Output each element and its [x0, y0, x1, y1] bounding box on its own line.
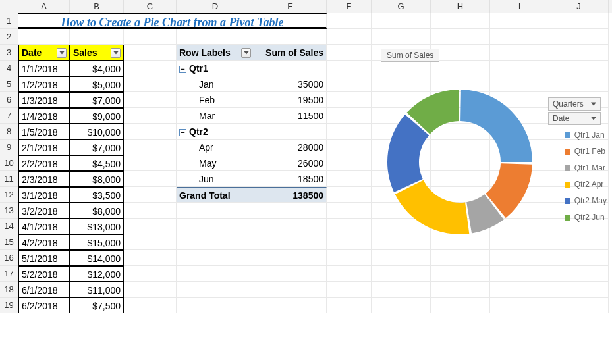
donut-slice[interactable]	[395, 180, 470, 234]
cell[interactable]	[327, 45, 372, 61]
table-cell-sales[interactable]: $12,000	[70, 266, 124, 282]
table-cell-date[interactable]: 4/2/2018	[18, 234, 70, 250]
pivot-chart[interactable]: Sum of Sales Quarters Date Qtr1 JanQtr1 …	[374, 49, 604, 279]
table-cell-date[interactable]: 6/2/2018	[18, 298, 70, 313]
cell[interactable]	[124, 108, 177, 124]
cell[interactable]	[327, 219, 372, 234]
cell[interactable]	[372, 298, 431, 313]
cell[interactable]	[124, 76, 177, 92]
column-header[interactable]: I	[490, 0, 549, 13]
cell[interactable]	[549, 298, 609, 313]
table-cell-date[interactable]: 4/1/2018	[18, 219, 70, 234]
table-cell-date[interactable]: 5/2/2018	[18, 266, 70, 282]
column-header[interactable]: A	[18, 0, 70, 13]
filter-dropdown-button[interactable]	[241, 48, 251, 58]
cell[interactable]	[431, 29, 490, 45]
chart-field-button-date[interactable]: Date	[548, 112, 601, 125]
cell[interactable]	[177, 250, 254, 266]
cell[interactable]	[254, 203, 327, 219]
column-header[interactable]: B	[70, 0, 124, 13]
cell[interactable]	[254, 282, 327, 298]
cell[interactable]	[124, 124, 177, 140]
cell[interactable]	[177, 29, 254, 45]
row-header[interactable]: 9	[0, 140, 18, 155]
row-header[interactable]: 18	[0, 282, 18, 298]
pivot-row-label[interactable]: Feb	[177, 92, 254, 108]
row-header[interactable]: 15	[0, 234, 18, 250]
cell[interactable]	[327, 29, 372, 45]
table-cell-sales[interactable]: $7,500	[70, 298, 124, 313]
collapse-button[interactable]: −	[179, 129, 186, 136]
column-header[interactable]: D	[177, 0, 254, 13]
pivot-row-label[interactable]: Apr	[177, 140, 254, 155]
row-header[interactable]: 2	[0, 29, 18, 45]
table-cell-sales[interactable]: $7,000	[70, 92, 124, 108]
cell[interactable]	[327, 13, 372, 29]
table-cell-sales[interactable]: $7,000	[70, 140, 124, 155]
column-header[interactable]: E	[254, 0, 327, 13]
table-cell-date[interactable]: 1/5/2018	[18, 124, 70, 140]
table-cell-sales[interactable]: $15,000	[70, 234, 124, 250]
table-cell-date[interactable]: 3/1/2018	[18, 187, 70, 203]
row-header[interactable]: 4	[0, 61, 18, 76]
row-header[interactable]: 13	[0, 203, 18, 219]
cell[interactable]	[18, 29, 70, 45]
cell[interactable]	[327, 187, 372, 203]
table-cell-sales[interactable]: $4,000	[70, 61, 124, 76]
cell[interactable]	[124, 61, 177, 76]
cell[interactable]	[490, 282, 549, 298]
table-cell-sales[interactable]: $8,000	[70, 203, 124, 219]
cell[interactable]	[177, 234, 254, 250]
row-header[interactable]: 7	[0, 108, 18, 124]
table-cell-date[interactable]: 2/1/2018	[18, 140, 70, 155]
pivot-group[interactable]: −Qtr2	[177, 124, 254, 140]
pivot-row-label[interactable]: Jun	[177, 171, 254, 187]
cell[interactable]	[490, 29, 549, 45]
column-header[interactable]: G	[372, 0, 431, 13]
row-header[interactable]: 6	[0, 92, 18, 108]
table-cell-sales[interactable]: $9,000	[70, 108, 124, 124]
cell[interactable]	[124, 29, 177, 45]
cell[interactable]	[431, 298, 490, 313]
row-header[interactable]: 11	[0, 171, 18, 187]
pivot-row-value[interactable]: 18500	[254, 171, 327, 187]
row-header[interactable]: 3	[0, 45, 18, 61]
cell[interactable]	[327, 155, 372, 171]
table-cell-sales[interactable]: $14,000	[70, 250, 124, 266]
table-cell-sales[interactable]: $8,000	[70, 171, 124, 187]
cell[interactable]	[327, 250, 372, 266]
page-title[interactable]: How to Create a Pie Chart from a Pivot T…	[18, 13, 327, 29]
select-all-corner[interactable]	[0, 0, 18, 13]
cell[interactable]	[177, 203, 254, 219]
cell[interactable]	[177, 282, 254, 298]
cell[interactable]	[327, 203, 372, 219]
cell[interactable]	[327, 266, 372, 282]
cell[interactable]	[254, 61, 327, 76]
cell[interactable]	[124, 203, 177, 219]
table-cell-date[interactable]: 2/2/2018	[18, 155, 70, 171]
pivot-row-value[interactable]: 19500	[254, 92, 327, 108]
pivot-row-labels-header[interactable]: Row Labels	[177, 45, 254, 61]
cell[interactable]	[254, 234, 327, 250]
cell[interactable]	[124, 266, 177, 282]
table-header-sales[interactable]: Sales	[70, 45, 124, 61]
row-header[interactable]: 17	[0, 266, 18, 282]
table-cell-date[interactable]: 5/1/2018	[18, 250, 70, 266]
filter-dropdown-button[interactable]	[57, 48, 67, 58]
cell[interactable]	[124, 140, 177, 155]
cell[interactable]	[254, 124, 327, 140]
table-cell-date[interactable]: 1/2/2018	[18, 76, 70, 92]
cell[interactable]	[124, 187, 177, 203]
cell[interactable]	[327, 282, 372, 298]
cell[interactable]	[490, 298, 549, 313]
cell[interactable]	[372, 29, 431, 45]
cell[interactable]	[549, 13, 609, 29]
cell[interactable]	[431, 13, 490, 29]
cell[interactable]	[124, 298, 177, 313]
pivot-row-value[interactable]: 28000	[254, 140, 327, 155]
cell[interactable]	[372, 13, 431, 29]
row-header[interactable]: 14	[0, 219, 18, 234]
chart-field-button-quarters[interactable]: Quarters	[548, 97, 601, 111]
cell[interactable]	[177, 219, 254, 234]
row-header[interactable]: 10	[0, 155, 18, 171]
